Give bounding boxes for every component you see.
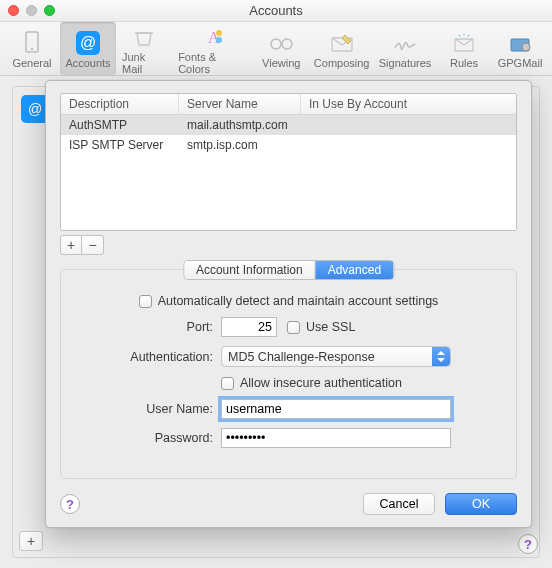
table-row[interactable]: ISP SMTP Server smtp.isp.com [61,135,516,155]
svg-text:@: @ [80,34,96,51]
svg-text:@: @ [28,101,42,117]
password-input[interactable] [221,428,451,448]
col-server-name[interactable]: Server Name [179,94,301,114]
add-server-button[interactable]: + [60,235,82,255]
help-button[interactable]: ? [518,534,538,554]
tool-accounts[interactable]: @ Accounts [60,22,116,75]
cell-description: ISP SMTP Server [61,135,179,155]
content-area: @ + ? Description Server Name In Use By … [0,76,552,568]
authentication-popup[interactable]: MD5 Challenge-Response [221,346,451,367]
tool-label: GPGMail [498,57,543,69]
tool-label: Junk Mail [122,51,166,75]
tool-label: Viewing [262,57,300,69]
tool-composing[interactable]: Composing [309,22,374,75]
general-icon [18,30,46,56]
authentication-label: Authentication: [73,350,221,364]
table-header: Description Server Name In Use By Accoun… [61,94,516,115]
tool-viewing[interactable]: Viewing [253,22,309,75]
remove-server-button[interactable]: − [82,235,104,255]
smtp-sheet: Description Server Name In Use By Accoun… [45,80,532,528]
col-in-use[interactable]: In Use By Account [301,94,516,114]
col-description[interactable]: Description [61,94,179,114]
rules-icon [450,30,478,56]
tool-label: Rules [450,57,478,69]
gpgmail-icon [506,30,534,56]
tool-rules[interactable]: Rules [436,22,492,75]
svg-point-13 [522,43,530,51]
composing-icon [328,30,356,56]
tool-label: Fonts & Colors [178,51,247,75]
use-ssl-checkbox[interactable] [287,321,300,334]
tool-label: General [12,57,51,69]
username-label: User Name: [73,402,221,416]
window-title: Accounts [0,3,552,18]
table-add-remove: + − [60,235,517,255]
ok-button[interactable]: OK [445,493,517,515]
password-label: Password: [73,431,221,445]
svg-point-1 [31,48,34,51]
signatures-icon [391,30,419,56]
tab-advanced[interactable]: Advanced [316,261,393,279]
junk-icon [130,24,158,50]
tool-label: Composing [314,57,370,69]
at-icon: @ [74,30,102,56]
cell-inuse [301,115,516,135]
add-account-button[interactable]: + [19,531,43,551]
port-input[interactable] [221,317,277,337]
tool-label: Accounts [65,57,110,69]
sheet-footer: ? Cancel OK [60,493,517,515]
tool-signatures[interactable]: Signatures [374,22,436,75]
smtp-server-table[interactable]: Description Server Name In Use By Accoun… [60,93,517,231]
allow-insecure-label: Allow insecure authentication [240,376,402,390]
tool-fonts-colors[interactable]: A Fonts & Colors [172,22,253,75]
allow-insecure-checkbox[interactable] [221,377,234,390]
help-button[interactable]: ? [60,494,80,514]
port-label: Port: [73,320,221,334]
cell-description: AuthSMTP [61,115,179,135]
tool-junk-mail[interactable]: Junk Mail [116,22,172,75]
svg-point-6 [216,37,222,43]
svg-point-8 [282,39,292,49]
tool-label: Signatures [379,57,432,69]
username-input[interactable] [221,399,451,419]
authentication-value: MD5 Challenge-Response [228,350,375,364]
cell-server: smtp.isp.com [179,135,301,155]
table-row[interactable]: AuthSMTP mail.authsmtp.com [61,115,516,135]
svg-point-5 [216,30,222,36]
chevron-up-down-icon [432,347,450,366]
fonts-icon: A [199,24,227,50]
viewing-icon [267,30,295,56]
tool-general[interactable]: General [4,22,60,75]
auto-detect-checkbox[interactable] [139,295,152,308]
svg-point-7 [271,39,281,49]
preferences-toolbar: General @ Accounts Junk Mail A Fonts & C… [0,22,552,76]
auto-detect-label: Automatically detect and maintain accoun… [158,294,439,308]
titlebar: Accounts [0,0,552,22]
cell-inuse [301,135,516,155]
tab-account-information[interactable]: Account Information [184,261,316,279]
settings-tabs: Account Information Advanced [183,260,394,280]
cancel-button[interactable]: Cancel [363,493,435,515]
cell-server: mail.authsmtp.com [179,115,301,135]
use-ssl-label: Use SSL [306,320,355,334]
server-settings-box: Account Information Advanced Automatical… [60,269,517,479]
tool-gpgmail[interactable]: GPGMail [492,22,548,75]
